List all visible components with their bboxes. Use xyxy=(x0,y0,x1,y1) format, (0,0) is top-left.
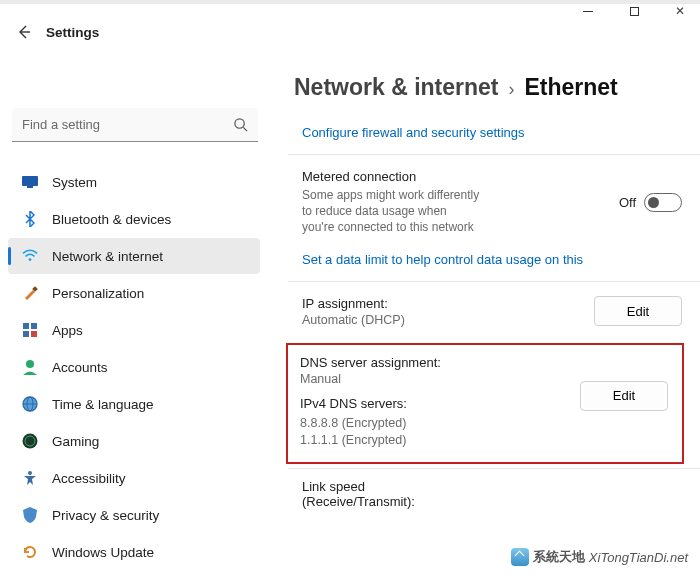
dns-servers-list: 8.8.8.8 (Encrypted) 1.1.1.1 (Encrypted) xyxy=(300,415,568,450)
dns-server-entry: 1.1.1.1 (Encrypted) xyxy=(300,432,568,450)
sidebar-item-label: Windows Update xyxy=(52,545,154,560)
sidebar-item-label: Gaming xyxy=(52,434,99,449)
metered-subtitle: Some apps might work differently to redu… xyxy=(302,187,482,236)
main-content: Network & internet › Ethernet Configure … xyxy=(266,50,700,580)
search-icon xyxy=(233,117,248,135)
metered-toggle-wrap: Off xyxy=(619,193,682,212)
dns-edit-button[interactable]: Edit xyxy=(580,381,668,411)
metered-card: Metered connection Some apps might work … xyxy=(288,154,700,281)
globe-icon xyxy=(22,396,38,412)
sidebar-item-accessibility[interactable]: Accessibility xyxy=(8,460,260,496)
window-titlebar: ✕ xyxy=(0,0,700,18)
wifi-icon xyxy=(22,248,38,264)
svg-point-11 xyxy=(26,360,34,368)
metered-toggle-label: Off xyxy=(619,195,636,210)
breadcrumb-parent[interactable]: Network & internet xyxy=(294,74,498,101)
update-icon xyxy=(22,544,38,560)
sidebar-item-label: Network & internet xyxy=(52,249,163,264)
sidebar-item-label: System xyxy=(52,175,97,190)
dns-value: Manual xyxy=(300,372,568,386)
accessibility-icon xyxy=(22,470,38,486)
game-icon xyxy=(22,433,38,449)
breadcrumb-current: Ethernet xyxy=(524,74,617,101)
sidebar-item-label: Privacy & security xyxy=(52,508,159,523)
apps-icon xyxy=(22,322,38,338)
watermark: 系統天地 XiTongTianDi.net xyxy=(511,548,688,566)
sidebar-item-label: Accounts xyxy=(52,360,108,375)
sidebar: System Bluetooth & devices Network & int… xyxy=(0,50,266,580)
sidebar-item-network[interactable]: Network & internet xyxy=(8,238,260,274)
breadcrumb: Network & internet › Ethernet xyxy=(294,74,700,101)
svg-point-17 xyxy=(28,471,32,475)
svg-point-1 xyxy=(235,119,244,128)
sidebar-item-label: Accessibility xyxy=(52,471,126,486)
sidebar-item-personalization[interactable]: Personalization xyxy=(8,275,260,311)
data-limit-link[interactable]: Set a data limit to help control data us… xyxy=(302,252,583,267)
bluetooth-icon xyxy=(22,211,38,227)
chevron-right-icon: › xyxy=(508,79,514,100)
app-header: Settings xyxy=(0,18,700,50)
sidebar-item-label: Bluetooth & devices xyxy=(52,212,171,227)
brush-icon xyxy=(22,285,38,301)
window-minimize-button[interactable] xyxy=(574,4,602,18)
firewall-card: Configure firewall and security settings xyxy=(288,125,700,154)
svg-rect-8 xyxy=(31,323,37,329)
app-title: Settings xyxy=(46,25,99,40)
sidebar-item-apps[interactable]: Apps xyxy=(8,312,260,348)
search-wrap xyxy=(12,108,258,142)
search-input[interactable] xyxy=(12,108,258,142)
ip-title: IP assignment: xyxy=(302,296,582,311)
dns-server-entry: 8.8.8.8 (Encrypted) xyxy=(300,415,568,433)
svg-rect-10 xyxy=(31,331,37,337)
sidebar-item-label: Time & language xyxy=(52,397,154,412)
svg-rect-3 xyxy=(22,176,38,186)
sidebar-item-label: Personalization xyxy=(52,286,144,301)
sidebar-item-accounts[interactable]: Accounts xyxy=(8,349,260,385)
ip-value: Automatic (DHCP) xyxy=(302,313,582,327)
linkspeed-title: Link speed (Receive/Transmit): xyxy=(302,479,442,509)
ip-edit-button[interactable]: Edit xyxy=(594,296,682,326)
watermark-icon xyxy=(511,548,529,566)
sidebar-item-windows-update[interactable]: Windows Update xyxy=(8,534,260,570)
window-close-button[interactable]: ✕ xyxy=(666,4,694,18)
person-icon xyxy=(22,359,38,375)
sidebar-item-gaming[interactable]: Gaming xyxy=(8,423,260,459)
svg-rect-9 xyxy=(23,331,29,337)
dns-servers-label: IPv4 DNS servers: xyxy=(300,396,568,411)
sidebar-nav: System Bluetooth & devices Network & int… xyxy=(8,164,266,570)
sidebar-item-privacy[interactable]: Privacy & security xyxy=(8,497,260,533)
metered-title: Metered connection xyxy=(302,169,607,184)
sidebar-item-label: Apps xyxy=(52,323,83,338)
ip-card: IP assignment: Automatic (DHCP) Edit xyxy=(288,281,700,341)
firewall-link[interactable]: Configure firewall and security settings xyxy=(302,125,525,140)
metered-toggle[interactable] xyxy=(644,193,682,212)
dns-title: DNS server assignment: xyxy=(300,355,568,370)
dns-card-highlighted: DNS server assignment: Manual IPv4 DNS s… xyxy=(286,343,684,464)
svg-rect-4 xyxy=(27,186,33,188)
shield-icon xyxy=(22,507,38,523)
back-arrow-icon[interactable] xyxy=(16,24,32,40)
watermark-text: 系統天地 xyxy=(533,548,585,566)
sidebar-item-system[interactable]: System xyxy=(8,164,260,200)
sidebar-item-bluetooth[interactable]: Bluetooth & devices xyxy=(8,201,260,237)
svg-point-5 xyxy=(29,258,32,261)
linkspeed-card: Link speed (Receive/Transmit): xyxy=(288,468,700,509)
svg-rect-7 xyxy=(23,323,29,329)
watermark-sub: XiTongTianDi.net xyxy=(589,550,688,565)
svg-line-2 xyxy=(243,127,247,131)
window-maximize-button[interactable] xyxy=(620,4,648,18)
sidebar-item-time-language[interactable]: Time & language xyxy=(8,386,260,422)
system-icon xyxy=(22,174,38,190)
